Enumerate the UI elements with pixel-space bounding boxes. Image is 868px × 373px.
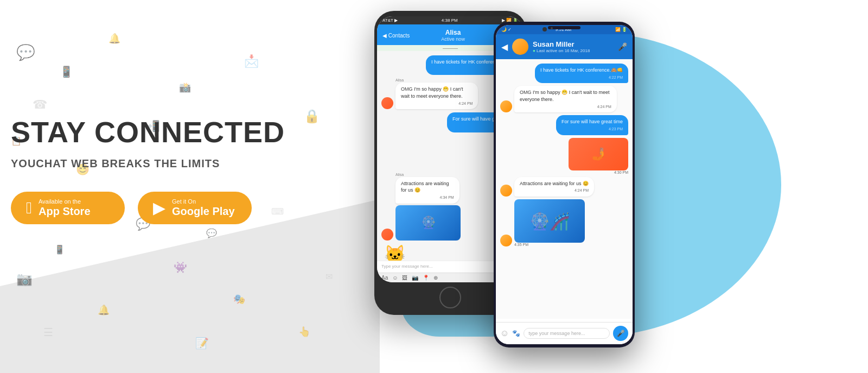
android-input-field[interactable]: type your message here... [524,328,610,339]
more-icon[interactable]: ⊕ [433,275,438,281]
subheadline: YOUCHAT WEB BREAKS THE LIMITS [11,157,347,170]
appstore-small-label: Available on the [39,198,91,205]
googleplay-text: Get it On Google Play [172,198,235,218]
android-recv-avatar-1 [500,100,512,112]
phone-right-frame: 🌙 ✓ 9:51 AM 📶 🔋 ◀ Susan Miller ● Last ac… [494,22,635,347]
android-recv-avatar-3 [500,235,512,246]
android-user-name: Susan Miller [533,40,614,48]
android-user-status: ● Last active on 16 Mar, 2018 [533,48,614,53]
chat-header-title-left: Alisa Active now [413,29,493,42]
camera-icon[interactable]: 📷 [412,275,418,281]
left-content: STAY CONNECTED YOUCHAT WEB BREAKS THE LI… [0,0,347,373]
android-input-bar: ☺ 🐾 type your message here... 🎤 [496,322,633,344]
mic-btn-header[interactable]: 🎤 [618,42,627,51]
googleplay-small-label: Get it On [172,198,235,205]
android-msg-received-row-1: OMG I'm so happy 😁 I can't wait to meet … [500,86,628,112]
android-battery: 📶 🔋 [615,27,627,32]
android-amusement-img: 🎡🎢 [514,199,585,243]
emoji-btn-right[interactable]: ☺ [500,328,509,338]
android-photo-received-row: 🎡🎢 4:35 PM [500,199,628,246]
android-status-icons: 🌙 ✓ [501,27,512,32]
front-camera [542,27,547,31]
android-amusement-photo: 🎡🎢 4:35 PM [514,199,585,246]
sender-name: Alisa [395,78,499,82]
location-icon[interactable]: 📍 [423,275,429,281]
android-msg-received-1: OMG I'm so happy 😁 I can't wait to meet … [514,86,617,112]
avatar-alisa-2 [381,229,393,241]
phone-right-screen: 🌙 ✓ 9:51 AM 📶 🔋 ◀ Susan Miller ● Last ac… [496,25,633,344]
android-msg-received-row-2: Attractions are waiting for us 😊 4:24 PM [500,177,628,197]
front-sensor [551,27,553,29]
android-photo-sent: 🤳 4:30 PM [569,138,628,174]
android-avatar [512,39,528,55]
android-amusement-time: 4:35 PM [514,243,585,246]
android-chat-messages: I have tickets for HK conference.🙈👊 4:22… [496,59,633,319]
phone-right: 🌙 ✓ 9:51 AM 📶 🔋 ◀ Susan Miller ● Last ac… [494,22,635,347]
sender-name-2: Alisa [395,173,475,176]
home-button[interactable] [439,287,461,308]
android-msg-sent-2: For sure will have great time 4:23 PM [556,115,628,135]
headline: STAY CONNECTED [11,116,347,148]
sticker-btn-right[interactable]: 🐾 [512,330,520,337]
photo-icon[interactable]: 🖼 [402,275,407,281]
message-received-1: OMG I'm so happy 😁 I can't wait to meet … [395,83,478,109]
amusement-image-left: 🎡 [395,205,461,241]
back-button-left[interactable]: ◀ Contacts [382,33,410,39]
android-msg-sent-1: I have tickets for HK conference.🙈👊 4:22… [535,64,628,83]
chat-status-left: Active now [413,36,493,42]
appstore-text: Available on the App Store [39,198,91,218]
store-buttons:  Available on the App Store ▶ Get it On… [11,192,347,224]
googleplay-big-label: Google Play [172,205,235,218]
chat-name-left: Alisa [413,29,493,36]
back-btn-right[interactable]: ◀ [501,42,508,52]
android-selfie-img: 🤳 [569,138,628,170]
message-received-2: Attractions are waiting for us 😊 4:34 PM [395,177,459,204]
avatar-alisa [381,97,393,109]
android-user-info: Susan Miller ● Last active on 16 Mar, 20… [533,40,614,53]
play-icon: ▶ [153,198,165,217]
appstore-button[interactable]:  Available on the App Store [11,192,125,224]
apple-icon:  [26,199,32,217]
carrier-label: AT&T ▶ [382,18,398,23]
android-msg-received-2: Attractions are waiting for us 😊 4:24 PM [514,177,594,197]
time-label-left: 4:38 PM [442,18,458,23]
android-photo-time: 4:30 PM [569,170,628,174]
android-recv-avatar-2 [500,185,512,197]
phone-notch [548,26,580,29]
googleplay-button[interactable]: ▶ Get it On Google Play [138,192,252,224]
right-content: AT&T ▶ 4:38 PM ▶ 📶 🔋 ◀ Contacts Alisa Ac… [326,0,868,373]
font-icon[interactable]: Aa [381,275,388,281]
mic-button-right[interactable]: 🎤 [613,326,628,341]
appstore-big-label: App Store [39,205,91,218]
emoji-icon[interactable]: ☺ [392,275,398,281]
android-chat-header: ◀ Susan Miller ● Last active on 16 Mar, … [496,34,633,59]
